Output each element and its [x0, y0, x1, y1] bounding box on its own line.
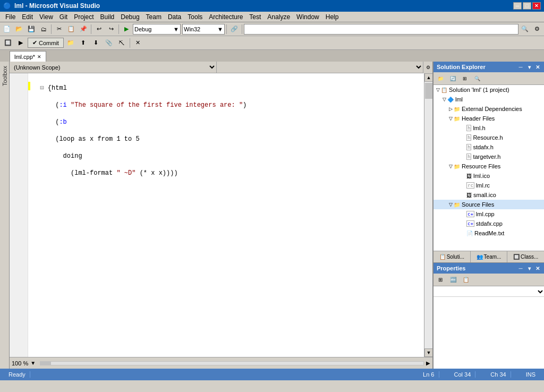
tree-solution[interactable]: ▽ 📋 Solution 'lml' (1 project): [434, 85, 544, 95]
tree-resource-files[interactable]: ▽ 📁 Resource Files: [434, 161, 544, 171]
tree-readme-txt[interactable]: 📄 ReadMe.txt: [434, 228, 544, 238]
sol-arrow-btn[interactable]: ▾: [525, 63, 533, 71]
props-properties-btn[interactable]: 📋: [460, 274, 472, 286]
resource-h-label: Resource.h: [473, 134, 503, 141]
props-close-btn[interactable]: ✕: [534, 265, 541, 272]
tab-close-btn[interactable]: ✕: [37, 54, 41, 59]
h-scroll-thumb[interactable]: [40, 362, 51, 365]
solution-name: Solution 'lml' (1 project): [449, 87, 509, 93]
sol-tab-team[interactable]: 👥 Team...: [471, 251, 508, 262]
sol-close-btn[interactable]: ✕: [534, 63, 541, 71]
settings-btn[interactable]: ⚙: [531, 23, 543, 35]
new-project-btn[interactable]: 📄: [1, 23, 13, 35]
h-scroll-right-btn[interactable]: ▶: [426, 360, 430, 366]
menu-project[interactable]: Project: [71, 12, 97, 22]
redo-btn[interactable]: ↪: [105, 23, 117, 35]
platform-dropdown[interactable]: Win32 ▼: [182, 24, 225, 35]
tb2-btn7[interactable]: ⛏: [116, 37, 128, 49]
sol-tab-solution[interactable]: 📋 Soluti...: [434, 251, 471, 262]
tree-project[interactable]: ▽ 🔷 lml: [434, 95, 544, 104]
status-ins: INS: [522, 371, 540, 378]
menu-help[interactable]: Help: [322, 12, 342, 22]
menu-tools[interactable]: Tools: [184, 12, 206, 22]
tree-external-deps[interactable]: ▷ 📁 External Dependencies: [434, 104, 544, 114]
scroll-up-btn[interactable]: ▲: [424, 73, 432, 82]
menu-file[interactable]: File: [2, 12, 19, 22]
tree-stdafx-h[interactable]: h stdafx.h: [434, 142, 544, 152]
tb2-btn3[interactable]: 📁: [65, 37, 76, 49]
sol-tb-btn1[interactable]: 📁: [435, 73, 446, 84]
maximize-button[interactable]: □: [523, 2, 531, 10]
tree-stdafx-cpp[interactable]: c+ stdafx.cpp: [434, 219, 544, 228]
save-all-btn[interactable]: 🗂: [38, 23, 49, 35]
scope-settings-btn[interactable]: ⚙: [423, 62, 432, 73]
tree-small-ico[interactable]: 🖼 small.ico: [434, 190, 544, 200]
menu-build[interactable]: Build: [97, 12, 118, 22]
props-header-icons: ─ ▾ ✕: [517, 265, 541, 272]
tb2-btn2[interactable]: ▶: [15, 37, 27, 49]
copy-btn[interactable]: 📋: [65, 23, 77, 35]
properties-panel: Properties ─ ▾ ✕ ⊞ 🔤 📋: [433, 262, 544, 369]
paste-btn[interactable]: 📌: [78, 23, 89, 35]
scope-right-dropdown[interactable]: [217, 62, 423, 73]
toolbox-label[interactable]: Toolbox: [2, 64, 8, 88]
menu-debug[interactable]: Debug: [117, 12, 142, 22]
menu-team[interactable]: Team: [143, 12, 165, 22]
menu-git[interactable]: Git: [56, 12, 71, 22]
commit-button[interactable]: ✔ Commit: [28, 38, 64, 48]
props-pin-btn[interactable]: ─: [517, 265, 524, 272]
sol-pin-btn[interactable]: ─: [517, 63, 524, 71]
horizontal-scrollbar[interactable]: [40, 361, 424, 365]
debug-config-dropdown[interactable]: Debug ▼: [133, 24, 181, 35]
code-editor[interactable]: ⊟ {html (:i "The square of the first fiv…: [30, 73, 424, 357]
tree-lml-h[interactable]: h lml.h: [434, 123, 544, 133]
start-btn[interactable]: ▶: [121, 23, 132, 35]
menu-view[interactable]: View: [36, 12, 56, 22]
menu-edit[interactable]: Edit: [19, 12, 36, 22]
tree-resource-h[interactable]: h Resource.h: [434, 133, 544, 142]
props-arrow-btn[interactable]: ▾: [525, 265, 533, 272]
tree-lml-ico[interactable]: 🖼 lml.ico: [434, 171, 544, 181]
menu-test[interactable]: Test: [246, 12, 264, 22]
properties-dropdown[interactable]: [434, 286, 544, 297]
scroll-track: [424, 82, 432, 348]
tb2-btn8[interactable]: ✕: [132, 37, 144, 49]
sol-tb-btn4[interactable]: 🔍: [471, 73, 483, 84]
tb2-btn6[interactable]: 📎: [103, 37, 115, 49]
tree-header-files[interactable]: ▽ 📁 Header Files: [434, 114, 544, 123]
code-container: ⊟ {html (:i "The square of the first fiv…: [10, 73, 432, 357]
save-btn[interactable]: 💾: [26, 23, 37, 35]
undo-btn[interactable]: ↩: [93, 23, 105, 35]
minimize-button[interactable]: ─: [513, 2, 522, 10]
sol-tb-btn2[interactable]: 🔄: [447, 73, 458, 84]
tree-lml-cpp[interactable]: c+ lml.cpp: [434, 209, 544, 219]
sol-tab-class[interactable]: 🔲 Class...: [507, 251, 544, 262]
tree-targetver-h[interactable]: h targetver.h: [434, 152, 544, 161]
tree-source-files[interactable]: ▽ 📁 Source Files: [434, 200, 544, 209]
search-box[interactable]: [244, 24, 518, 35]
scroll-thumb[interactable]: [425, 83, 432, 99]
menu-data[interactable]: Data: [165, 12, 184, 22]
tree-lml-rc[interactable]: rc lml.rc: [434, 181, 544, 190]
close-button[interactable]: ✕: [532, 2, 541, 10]
editor-scrollbar[interactable]: ▲ ▼: [424, 73, 432, 357]
editor-tab-lml-cpp[interactable]: lml.cpp* ✕: [10, 51, 46, 62]
scroll-down-btn[interactable]: ▼: [424, 348, 432, 357]
tb2-btn4[interactable]: ⬆: [78, 37, 89, 49]
menu-architecture[interactable]: Architecture: [206, 12, 246, 22]
zoom-dropdown-btn[interactable]: ▼: [30, 360, 36, 366]
menu-analyze[interactable]: Analyze: [264, 12, 293, 22]
source-files-icon: 📁: [454, 202, 460, 208]
props-categories-btn[interactable]: ⊞: [435, 274, 446, 286]
scope-left-dropdown[interactable]: (Unknown Scope): [10, 62, 217, 73]
sol-tb-btn3[interactable]: ⊞: [459, 73, 471, 84]
attach-btn[interactable]: 🔗: [228, 23, 240, 35]
open-btn[interactable]: 📂: [13, 23, 25, 35]
menu-window[interactable]: Window: [293, 12, 322, 22]
props-alphabetical-btn[interactable]: 🔤: [447, 274, 459, 286]
search-btn[interactable]: 🔍: [519, 23, 531, 35]
tb2-btn1[interactable]: 🔲: [2, 37, 14, 49]
tb2-btn5[interactable]: ⬇: [90, 37, 102, 49]
scope-bar: (Unknown Scope) ⚙: [10, 62, 432, 73]
cut-btn[interactable]: ✂: [53, 23, 65, 35]
